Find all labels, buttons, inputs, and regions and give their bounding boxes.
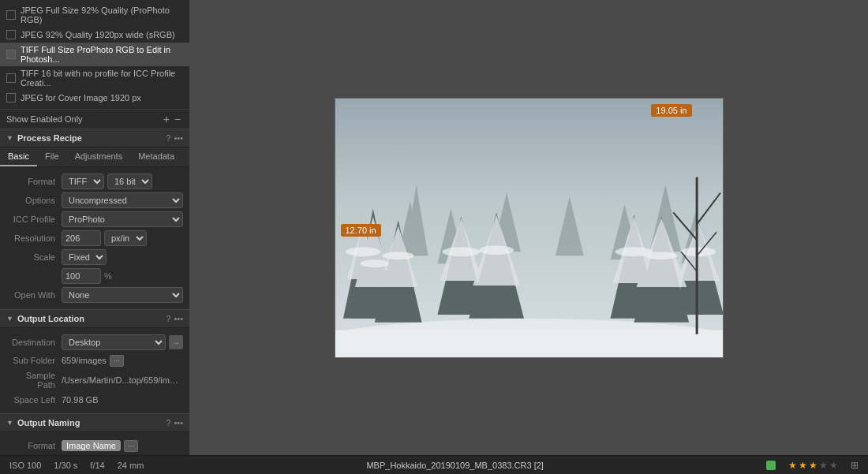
recipe-label-4: JPEG for Cover Image 1920 px [21,93,141,103]
destination-select[interactable]: Desktop [62,334,166,350]
format-value: TIFF 16 bit [62,174,183,189]
output-naming-header[interactable]: ▼ Output Naming ? ••• [0,413,189,432]
question-icon-3[interactable]: ? [166,418,170,427]
output-naming-form: Format Image Name ··· Job Name Custom Na… [0,432,189,455]
content-area: 19.05 in 12.70 in [189,0,868,455]
more-icon-3[interactable]: ••• [174,418,183,427]
star-1[interactable]: ★ [788,460,797,471]
options-select[interactable]: Uncompressed [62,192,183,208]
recipe-item-0[interactable]: JPEG Full Size 92% Quality (ProPhoto RGB… [0,3,189,27]
recipe-checkbox-1[interactable] [6,30,16,39]
naming-format-ellipsis-btn[interactable]: ··· [124,440,138,452]
destination-label: Destination [6,338,62,347]
star-4[interactable]: ★ [819,460,828,471]
star-3[interactable]: ★ [809,460,817,471]
format-select[interactable]: TIFF [62,174,104,189]
scale-label: Scale [6,252,62,262]
tab-adjustments[interactable]: Adjustments [67,147,131,166]
recipe-checkbox-2[interactable] [6,50,16,59]
scale-percent-value: % [62,268,183,284]
svg-point-33 [645,252,677,259]
recipe-item-1[interactable]: JPEG 92% Quality 1920px wide (sRGB) [0,27,189,43]
resolution-unit-select[interactable]: px/in [104,230,147,246]
output-location-icons: ? ••• [166,314,183,323]
destination-row: Destination Desktop → [0,333,189,352]
sample-path-row: Sample Path /Users/Martin/D...top/659/im… [0,369,189,391]
naming-format-value: Image Name ··· [62,440,183,452]
star-rating[interactable]: ★ ★ ★ ★ ★ [788,460,838,471]
shutter-value: 1/30 s [54,461,77,470]
space-left-row: Space Left 70.98 GB [0,391,189,409]
color-label-dot [766,461,776,470]
resolution-input[interactable] [62,230,101,246]
recipe-checkbox-4[interactable] [6,93,16,103]
recipe-list: JPEG Full Size 92% Quality (ProPhoto RGB… [0,0,189,109]
recipe-checkbox-3[interactable] [6,73,16,83]
scale-input[interactable] [62,268,101,284]
process-recipe-header[interactable]: ▼ Process Recipe ? ••• [0,129,189,147]
output-location-title: Output Location [17,314,166,323]
star-2[interactable]: ★ [799,460,807,471]
output-location-header[interactable]: ▼ Output Location ? ••• [0,309,189,328]
svg-point-29 [382,252,413,259]
destination-value: Desktop → [62,334,183,350]
recipe-item-2[interactable]: TIFF Full Size ProPhoto RGB to Edit in P… [0,43,189,66]
open-with-value: None [62,287,183,303]
recipe-item-4[interactable]: JPEG for Cover Image 1920 px [0,90,189,106]
scale-percent-row: % [0,267,189,286]
bit-depth-select[interactable]: 16 bit [107,174,152,189]
add-icon[interactable]: + [161,113,172,125]
recipe-checkbox-0[interactable] [6,10,16,20]
scale-row: Scale Fixed [0,248,189,267]
main-layout: JPEG Full Size 92% Quality (ProPhoto RGB… [0,0,868,455]
aperture-value: f/14 [90,461,104,470]
triangle-icon-2: ▼ [6,315,13,323]
tab-watermark[interactable]: Watermark [182,147,189,166]
open-with-select[interactable]: None [62,287,183,303]
options-row: Options Uncompressed [0,191,189,210]
space-left-text: 70.98 GB [62,395,98,405]
star-5[interactable]: ★ [829,460,838,471]
svg-point-28 [360,259,388,267]
svg-point-31 [479,245,514,255]
question-icon-2[interactable]: ? [166,314,170,323]
space-left-label: Space Left [6,395,62,405]
tabs-row: Basic File Adjustments Metadata Watermar… [0,147,189,167]
subfolder-value: 659/images ··· [62,355,183,367]
tab-basic[interactable]: Basic [0,147,37,166]
show-enabled-row: Show Enabled Only + − [0,109,189,129]
sidebar: JPEG Full Size 92% Quality (ProPhoto RGB… [0,0,189,455]
icc-label: ICC Profile [6,215,62,224]
svg-point-27 [345,247,380,256]
output-naming-title: Output Naming [17,418,166,427]
more-icon[interactable]: ••• [174,133,183,143]
grid-icon[interactable]: ⊞ [851,460,859,471]
scale-mode-select[interactable]: Fixed [62,249,107,265]
recipe-item-3[interactable]: TIFF 16 bit with no profile for ICC Prof… [0,66,189,90]
height-label: 12.70 in [341,224,381,237]
photo-frame [335,98,724,358]
icc-value: ProPhoto [62,211,183,227]
more-icon-2[interactable]: ••• [174,314,183,323]
recipe-label-0: JPEG Full Size 92% Quality (ProPhoto RGB… [21,6,183,24]
photo-container: 19.05 in 12.70 in [335,98,724,358]
remove-icon[interactable]: − [172,113,183,125]
svg-point-34 [681,247,716,256]
tab-metadata[interactable]: Metadata [130,147,182,166]
status-bar: ISO 100 1/30 s f/14 24 mm MBP_Hokkaido_2… [0,455,868,474]
output-location-form: Destination Desktop → Sub Folder 659/ima… [0,328,189,413]
naming-format-row: Format Image Name ··· [0,437,189,454]
scale-unit: % [104,271,112,281]
open-with-label: Open With [6,290,62,300]
svg-point-30 [442,247,480,256]
icc-select[interactable]: ProPhoto [62,211,183,227]
question-icon[interactable]: ? [166,133,170,143]
subfolder-text: 659/images [62,356,107,365]
destination-arrow-btn[interactable]: → [169,335,183,349]
resolution-row: Resolution px/in [0,229,189,248]
subfolder-ellipsis-btn[interactable]: ··· [110,355,124,367]
recipe-label-3: TIFF 16 bit with no profile for ICC Prof… [21,69,183,88]
naming-format-label: Format [6,441,62,450]
scale-value: Fixed [62,249,183,265]
tab-file[interactable]: File [37,147,67,166]
